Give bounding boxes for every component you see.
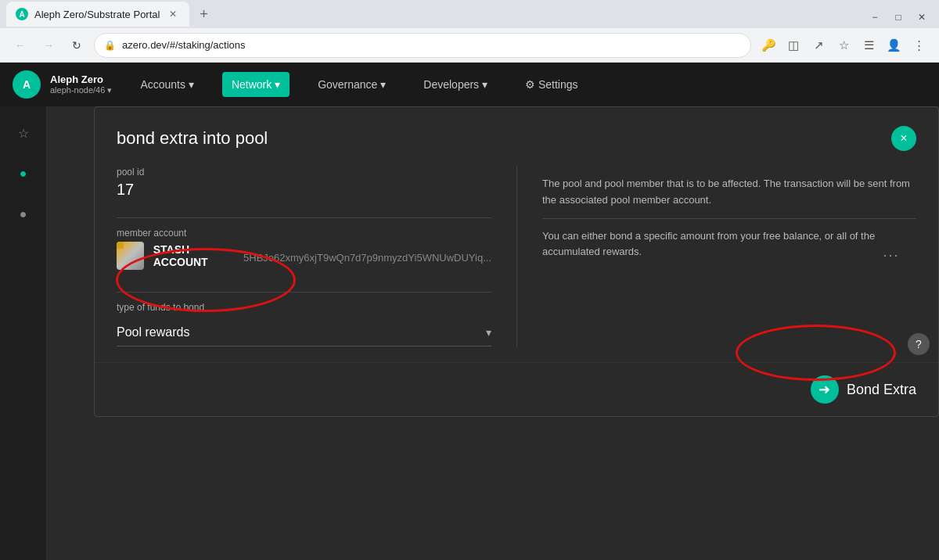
pool-id-group: pool id 17 <box>117 167 491 199</box>
extensions-icon[interactable]: ◫ <box>782 34 804 56</box>
funds-type-value: Pool rewards <box>117 325 189 339</box>
profile-icon[interactable]: 👤 <box>883 34 905 56</box>
bookmark-icon[interactable]: ☆ <box>833 34 854 56</box>
pool-id-value: 17 <box>117 181 491 199</box>
bond-extra-arrow-icon: ➜ <box>811 375 839 404</box>
new-tab-button[interactable]: + <box>192 3 214 25</box>
forward-button[interactable]: → <box>38 34 59 56</box>
maximize-button[interactable]: □ <box>887 6 909 28</box>
tab-title: Aleph Zero/Substrate Portal <box>34 9 160 20</box>
url-text: azero.dev/#/staking/actions <box>122 39 246 51</box>
help-button[interactable]: ? <box>908 333 930 355</box>
info-section-pool: The pool and pool member that is to be a… <box>542 167 916 219</box>
info-text-2: You can either bond a specific amount fr… <box>542 228 916 261</box>
lock-icon: 🔒 <box>104 40 116 51</box>
more-menu-icon[interactable]: ⋮ <box>908 34 930 56</box>
nav-developers[interactable]: Developers ▾ <box>414 72 497 97</box>
member-account-label: member account <box>117 228 491 239</box>
app-subtitle: aleph-node/46 ▾ <box>50 85 112 95</box>
modal-close-button[interactable]: × <box>891 126 916 151</box>
top-navigation: A Aleph Zero aleph-node/46 ▾ Accounts ▾ … <box>0 63 939 106</box>
close-window-button[interactable]: ✕ <box>911 6 933 28</box>
sidebar: ☆ ● ● <box>0 106 47 560</box>
nav-governance[interactable]: Governance ▾ <box>308 72 395 97</box>
tab-close-button[interactable]: ✕ <box>166 7 180 21</box>
member-address: 5HBJo62xmy6xjT9wQn7d7p9nmyzdYi5WNUwDUYiq… <box>243 252 491 264</box>
active-tab[interactable]: A Aleph Zero/Substrate Portal ✕ <box>6 2 189 27</box>
minimize-button[interactable]: − <box>864 6 886 28</box>
refresh-button[interactable]: ↻ <box>66 34 88 56</box>
address-bar[interactable]: 🔒 azero.dev/#/staking/actions <box>94 33 751 58</box>
three-dots-icon[interactable]: ⋮ <box>879 248 904 265</box>
nav-settings[interactable]: ⚙ Settings <box>516 72 587 97</box>
funds-type-select[interactable]: Pool rewards ▾ <box>117 319 491 346</box>
tab-favicon: A <box>16 8 28 20</box>
info-text-1: The pool and pool member that is to be a… <box>542 176 916 209</box>
nav-network[interactable]: Network ▾ <box>222 72 290 97</box>
account-avatar <box>117 242 144 270</box>
app-logo: A <box>13 70 41 99</box>
bond-extra-modal: bond extra into pool × pool id 17 <box>94 106 939 417</box>
bond-extra-button[interactable]: ➜ Bond Extra <box>811 375 916 404</box>
sidebar-item-circle-1[interactable]: ● <box>9 160 38 188</box>
member-account-group: member account STASH ACCOUNT <box>117 228 491 273</box>
pool-id-label: pool id <box>117 167 491 178</box>
modal-header: bond extra into pool × <box>95 107 938 151</box>
sidebar-item-star[interactable]: ☆ <box>9 119 38 147</box>
info-section-bond: You can either bond a specific amount fr… <box>542 219 916 271</box>
share-icon[interactable]: ↗ <box>808 34 829 56</box>
funds-type-group: type of funds to bond Pool rewards ▾ <box>117 302 491 346</box>
sidebar-item-circle-2[interactable]: ● <box>9 200 38 228</box>
member-name: STASH ACCOUNT <box>153 243 243 268</box>
modal-footer: ➜ Bond Extra <box>95 362 938 416</box>
bond-extra-label: Bond Extra <box>847 382 916 398</box>
select-dropdown-arrow: ▾ <box>486 326 491 339</box>
back-button[interactable]: ← <box>9 34 31 56</box>
logo-area: A Aleph Zero aleph-node/46 ▾ <box>13 70 112 99</box>
sidebar-toggle-icon[interactable]: ☰ <box>858 34 880 56</box>
nav-accounts[interactable]: Accounts ▾ <box>131 72 203 97</box>
password-manager-icon[interactable]: 🔑 <box>757 34 779 56</box>
funds-type-label: type of funds to bond <box>117 302 491 313</box>
modal-title: bond extra into pool <box>117 128 268 149</box>
app-name: Aleph Zero <box>50 74 112 85</box>
